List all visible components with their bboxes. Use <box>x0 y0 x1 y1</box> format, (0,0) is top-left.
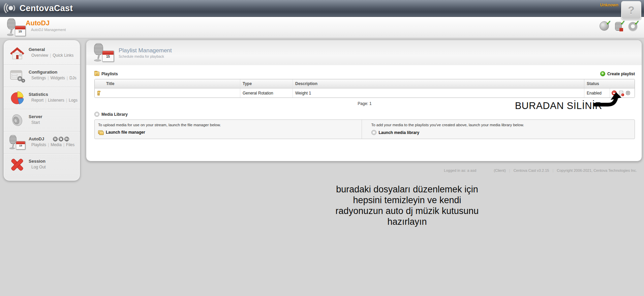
sidebar-link-log-out[interactable]: Log Out <box>31 165 46 169</box>
separator <box>43 98 48 103</box>
copyright-label: Copyright 2006-2021, Centova Technologie… <box>557 168 637 172</box>
sidebar-link-media[interactable]: Media <box>51 142 62 147</box>
autodj-stop-button[interactable] <box>59 137 63 141</box>
stream-status-icon[interactable]: ✓ <box>600 21 610 31</box>
playlists-label: Playlists <box>101 72 118 76</box>
page-header: 15 AutoDJ AutoDJ Management ✓ ✓ ✓ <box>0 17 644 38</box>
calendar-day: 15 <box>102 55 114 59</box>
brand-name: CentovaCast <box>20 3 73 13</box>
settings-window-icon <box>9 68 25 83</box>
separator <box>549 168 557 172</box>
folders-icon <box>98 130 103 135</box>
autodj-status-icon[interactable]: ✓ <box>614 21 624 31</box>
calendar-day: 15 <box>16 144 25 147</box>
note-line: buradaki dosyaları düzenlemek için <box>320 184 494 195</box>
sidebar-section-title: AutoDJ <box>29 136 44 141</box>
version-label: Centova Cast v3.2.15 <box>514 168 549 172</box>
service-status-icons: ✓ ✓ ✓ <box>600 21 638 31</box>
sidebar-link-report[interactable]: Report <box>31 98 43 103</box>
playlists-section-title: ♪ Playlists <box>94 72 118 76</box>
media-library-box: To upload media for use on your stream, … <box>94 119 635 139</box>
sidebar-link-listeners[interactable]: Listeners <box>48 98 64 103</box>
sidebar-link-playlists[interactable]: Playlists <box>31 142 46 147</box>
sidebar-item-configuration: Configuration SettingsWidgetsDJs <box>4 64 80 87</box>
launch-media-library-link[interactable]: Launch media library <box>371 130 630 135</box>
sidebar-item-statistics: Statistics ReportListenersLogs <box>4 87 80 109</box>
autodj-skip-button[interactable] <box>64 137 69 141</box>
autodj-icon: 15 <box>7 18 26 36</box>
autodj-pause-button[interactable] <box>53 137 58 141</box>
playlist-management-icon: 15 <box>94 43 114 62</box>
separator <box>64 98 69 103</box>
separator <box>65 76 69 80</box>
create-playlist-label: Create playlist <box>607 72 635 76</box>
plus-icon: + <box>600 71 605 76</box>
sidebar-link-widgets[interactable]: Widgets <box>50 76 65 80</box>
column-title: Title <box>106 81 240 86</box>
page-subtitle: AutoDJ Management <box>31 28 66 32</box>
table-row[interactable]: ♪ General Rotation Weight 1 Enabled <box>95 88 635 98</box>
question-mark-icon: ? <box>628 4 635 17</box>
calendar-icon: 15 <box>15 26 26 36</box>
separator <box>46 76 50 80</box>
separator <box>46 142 51 147</box>
row-description: Weight 1 <box>293 88 584 98</box>
sidebar-link-djs[interactable]: DJs <box>69 76 76 80</box>
column-description: Description <box>293 79 584 88</box>
help-thumbnail[interactable]: ? <box>621 1 641 20</box>
playlist-folder-icon: ♪ <box>94 72 99 76</box>
media-library-section-title: Media Library <box>94 112 128 117</box>
edit-playlist-icon[interactable] <box>625 90 631 96</box>
separator <box>48 53 53 58</box>
launch-file-manager-link[interactable]: Launch file manager <box>98 130 357 135</box>
house-icon <box>9 46 25 60</box>
pie-chart-icon <box>9 90 25 105</box>
sidebar-item-general: General OverviewQuick Links <box>4 42 80 64</box>
autodj-icon: 15 <box>9 135 25 150</box>
cd-icon <box>94 112 99 117</box>
red-x-icon <box>9 157 25 172</box>
sidebar-link-files[interactable]: Files <box>66 142 74 147</box>
sidebar-section-title: Session <box>29 159 46 164</box>
panel-header: 15 Playlist Management Schedule media fo… <box>86 40 642 65</box>
sidebar-link-overview[interactable]: Overview <box>31 53 48 58</box>
check-icon: ✓ <box>634 19 640 27</box>
cd-icon <box>371 130 376 135</box>
calendar-day: 15 <box>15 29 25 33</box>
media-library-hint: To add your media to the playlists you'v… <box>371 123 630 127</box>
sidebar: General OverviewQuick Links Configuratio… <box>3 40 80 181</box>
separator <box>62 142 66 147</box>
page-title: AutoDJ <box>26 19 66 27</box>
bottom-annotation-text: buradaki dosyaları düzenlemek için hepsi… <box>320 184 494 227</box>
speaker-icon <box>9 113 25 128</box>
sidebar-link-start[interactable]: Start <box>31 120 40 125</box>
column-status: Status <box>584 79 635 88</box>
table-header-row: Title Type Description Status <box>95 79 635 88</box>
sidebar-link-logs[interactable]: Logs <box>69 98 78 103</box>
autodj-controls <box>53 137 69 141</box>
check-icon: ✓ <box>606 19 611 27</box>
sidebar-item-session: Session Log Out <box>4 154 80 176</box>
top-bar: CentovaCast Unknown ? <box>0 0 644 17</box>
row-type: General Rotation <box>240 88 293 98</box>
sidebar-section-title: General <box>29 47 73 52</box>
source-status-icon[interactable]: ✓ <box>628 21 638 31</box>
note-line: radyonuzun auto dj müzik kutusunu <box>320 206 494 216</box>
file-manager-pane: To upload media for use on your stream, … <box>95 120 362 139</box>
sidebar-link-settings[interactable]: Settings <box>31 76 46 80</box>
sidebar-link-quick-links[interactable]: Quick Links <box>53 53 73 58</box>
file-manager-hint: To upload media for use on your stream, … <box>98 123 357 127</box>
create-playlist-button[interactable]: + Create playlist <box>600 71 635 76</box>
account-status-label: Unknown <box>600 3 618 7</box>
launch-file-manager-label: Launch file manager <box>106 130 145 135</box>
brand-logo: CentovaCast <box>3 1 73 15</box>
microphone-stem <box>10 29 13 34</box>
microphone-icon <box>7 18 16 29</box>
separator <box>506 168 514 172</box>
sidebar-section-title: Server <box>29 114 42 119</box>
sidebar-item-server: Server Start <box>4 109 80 131</box>
sidebar-section-title: Statistics <box>29 92 78 97</box>
panel-title: Playlist Management <box>119 47 172 54</box>
note-line: hazırlayın <box>320 216 494 227</box>
microphone-base <box>7 34 13 36</box>
